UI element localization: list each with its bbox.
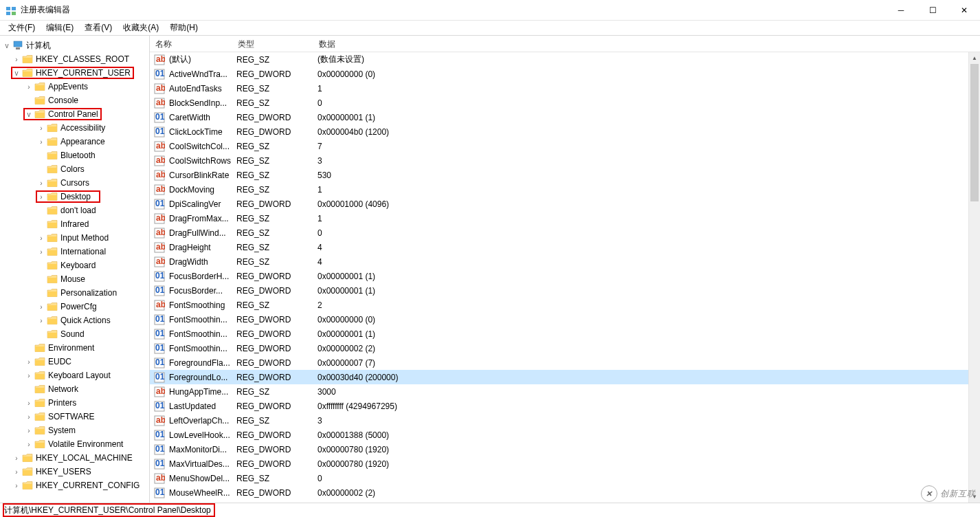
tree-international[interactable]: International bbox=[60, 247, 106, 256]
tree-appearance[interactable]: Appearance bbox=[60, 137, 105, 146]
tree-infrared[interactable]: Infrared bbox=[60, 219, 89, 229]
expand-icon[interactable]: › bbox=[25, 83, 33, 91]
tree-cursors[interactable]: Cursors bbox=[60, 178, 89, 188]
list-row[interactable]: FontSmoothin...REG_DWORD0x00000002 (2) bbox=[150, 341, 980, 355]
list-row[interactable]: LastUpdatedREG_DWORD0xffffffff (42949672… bbox=[150, 399, 980, 413]
list-row[interactable]: ClickLockTimeREG_DWORD0x000004b0 (1200) bbox=[150, 124, 980, 139]
list-row[interactable]: CoolSwitchRowsREG_SZ3 bbox=[150, 153, 980, 168]
expand-icon[interactable]: › bbox=[12, 468, 21, 476]
list-row[interactable]: HungAppTime...REG_SZ3000 bbox=[150, 384, 980, 399]
list-row[interactable]: FocusBorderH...REG_DWORD0x00000001 (1) bbox=[150, 269, 980, 283]
tree-keyboard[interactable]: Keyboard bbox=[60, 261, 96, 270]
list-row[interactable]: MenuShowDel...REG_SZ0 bbox=[150, 471, 980, 485]
expand-icon[interactable]: v bbox=[3, 42, 11, 50]
tree-printers[interactable]: Printers bbox=[48, 398, 76, 408]
list-row[interactable]: (默认)REG_SZ(数值未设置) bbox=[150, 52, 980, 67]
expand-icon[interactable]: › bbox=[37, 193, 45, 201]
close-button[interactable]: ✕ bbox=[948, 0, 980, 20]
list-row[interactable]: DpiScalingVerREG_DWORD0x00001000 (4096) bbox=[150, 197, 980, 211]
tree-colors[interactable]: Colors bbox=[60, 164, 85, 174]
expand-icon[interactable]: › bbox=[12, 454, 21, 462]
tree-inputmethod[interactable]: Input Method bbox=[60, 233, 109, 243]
tree-bluetooth[interactable]: Bluetooth bbox=[60, 151, 96, 160]
tree-hku[interactable]: HKEY_USERS bbox=[36, 467, 91, 476]
expand-icon[interactable]: › bbox=[37, 234, 45, 242]
list-row[interactable]: BlockSendInp...REG_SZ0 bbox=[150, 96, 980, 110]
list-row[interactable]: DragFullWind...REG_SZ0 bbox=[150, 226, 980, 240]
list-row[interactable]: ActiveWndTra...REG_DWORD0x00000000 (0) bbox=[150, 67, 980, 81]
expand-icon[interactable]: v bbox=[25, 111, 33, 118]
expand-icon[interactable]: › bbox=[25, 427, 33, 434]
minimize-button[interactable]: ─ bbox=[885, 0, 917, 20]
maximize-button[interactable]: ☐ bbox=[917, 0, 948, 20]
expand-icon[interactable]: › bbox=[25, 372, 33, 380]
col-header-name[interactable]: 名称 bbox=[150, 36, 232, 52]
expand-icon[interactable]: › bbox=[12, 482, 21, 490]
list-row[interactable]: MouseWheelR...REG_DWORD0x00000002 (2) bbox=[150, 485, 980, 500]
tree-eudc[interactable]: EUDC bbox=[48, 357, 71, 366]
expand-icon[interactable]: › bbox=[37, 317, 45, 324]
col-header-type[interactable]: 类型 bbox=[232, 36, 313, 52]
list-row[interactable]: CoolSwitchCol...REG_SZ7 bbox=[150, 139, 980, 153]
tree-personalization[interactable]: Personalization bbox=[60, 288, 117, 298]
col-header-data[interactable]: 数据 bbox=[313, 36, 980, 52]
tree-hkcr[interactable]: HKEY_CLASSES_ROOT bbox=[36, 54, 129, 64]
list-row[interactable]: FontSmoothingREG_SZ2 bbox=[150, 298, 980, 312]
list-row[interactable]: DockMovingREG_SZ1 bbox=[150, 182, 980, 197]
list-row[interactable]: CursorBlinkRateREG_SZ530 bbox=[150, 168, 980, 182]
menu-favorites[interactable]: 收藏夹(A) bbox=[118, 21, 164, 35]
menu-edit[interactable]: 编辑(E) bbox=[41, 21, 79, 35]
tree-keyboardlayout[interactable]: Keyboard Layout bbox=[48, 371, 111, 380]
expand-icon[interactable]: › bbox=[25, 413, 33, 421]
expand-icon[interactable]: › bbox=[37, 179, 45, 187]
scrollbar[interactable]: ▲ ▼ bbox=[968, 52, 980, 503]
tree-software[interactable]: SOFTWARE bbox=[48, 412, 95, 421]
menu-help[interactable]: 帮助(H) bbox=[164, 21, 203, 35]
list-row[interactable]: FontSmoothin...REG_DWORD0x00000000 (0) bbox=[150, 312, 980, 327]
menu-view[interactable]: 查看(V) bbox=[79, 21, 118, 35]
list-row[interactable]: FocusBorder...REG_DWORD0x00000001 (1) bbox=[150, 283, 980, 298]
tree-hkcu[interactable]: HKEY_CURRENT_USER bbox=[36, 68, 131, 78]
tree-accessibility[interactable]: Accessibility bbox=[60, 123, 105, 133]
list-row[interactable]: DragFromMax...REG_SZ1 bbox=[150, 211, 980, 226]
list-row[interactable]: FontSmoothin...REG_DWORD0x00000001 (1) bbox=[150, 327, 980, 341]
expand-icon[interactable]: › bbox=[25, 441, 33, 448]
list-row[interactable]: LowLevelHook...REG_DWORD0x00001388 (5000… bbox=[150, 428, 980, 442]
list-row[interactable]: DragWidthREG_SZ4 bbox=[150, 254, 980, 269]
tree-dontload[interactable]: don't load bbox=[60, 206, 96, 215]
tree-volatileenv[interactable]: Volatile Environment bbox=[48, 439, 123, 449]
expand-icon[interactable]: › bbox=[37, 248, 45, 256]
scroll-thumb[interactable] bbox=[970, 64, 979, 201]
tree-desktop[interactable]: Desktop bbox=[60, 192, 91, 201]
expand-icon[interactable]: v bbox=[12, 69, 21, 77]
expand-icon[interactable]: › bbox=[37, 138, 45, 146]
tree-console[interactable]: Console bbox=[48, 96, 78, 105]
tree-environment[interactable]: Environment bbox=[48, 343, 94, 353]
tree-system[interactable]: System bbox=[48, 426, 76, 435]
tree-root[interactable]: 计算机 bbox=[26, 40, 51, 52]
menu-file[interactable]: 文件(F) bbox=[3, 21, 41, 35]
list-row[interactable]: MaxMonitorDi...REG_DWORD0x00000780 (1920… bbox=[150, 442, 980, 456]
list-row[interactable]: DragHeightREG_SZ4 bbox=[150, 240, 980, 254]
list-row[interactable]: MaxVirtualDes...REG_DWORD0x00000780 (192… bbox=[150, 456, 980, 471]
list-row[interactable]: ForegroundLo...REG_DWORD0x00030d40 (2000… bbox=[150, 370, 980, 384]
list-row[interactable]: CaretWidthREG_DWORD0x00000001 (1) bbox=[150, 110, 980, 124]
list-row[interactable]: AutoEndTasksREG_SZ1 bbox=[150, 81, 980, 96]
tree-control-panel[interactable]: Control Panel bbox=[48, 109, 98, 119]
expand-icon[interactable]: › bbox=[25, 358, 33, 366]
expand-icon[interactable]: › bbox=[25, 399, 33, 407]
tree-appevents[interactable]: AppEvents bbox=[48, 82, 88, 91]
expand-icon[interactable]: › bbox=[37, 124, 45, 132]
tree-network[interactable]: Network bbox=[48, 384, 78, 394]
tree-hklm[interactable]: HKEY_LOCAL_MACHINE bbox=[36, 453, 133, 463]
list-body[interactable]: (默认)REG_SZ(数值未设置)ActiveWndTra...REG_DWOR… bbox=[150, 52, 980, 503]
scroll-up-icon[interactable]: ▲ bbox=[969, 52, 980, 64]
tree-sound[interactable]: Sound bbox=[60, 329, 85, 339]
expand-icon[interactable]: › bbox=[37, 303, 45, 311]
tree-powercfg[interactable]: PowerCfg bbox=[60, 302, 97, 311]
tree-mouse[interactable]: Mouse bbox=[60, 274, 85, 284]
list-row[interactable]: LeftOverlapCh...REG_SZ3 bbox=[150, 413, 980, 428]
tree-hkcc[interactable]: HKEY_CURRENT_CONFIG bbox=[36, 481, 140, 490]
expand-icon[interactable]: › bbox=[12, 56, 21, 63]
tree-pane[interactable]: v 计算机 › HKEY_CLASSES_ROOT v HKEY_CURRENT… bbox=[0, 36, 150, 503]
